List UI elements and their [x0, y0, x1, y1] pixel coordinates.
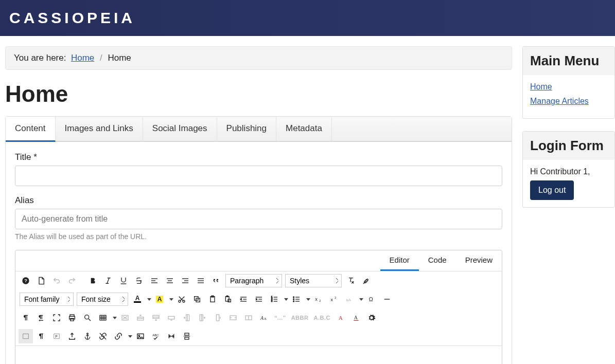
editor-content-area[interactable] [15, 346, 502, 364]
unordered-list-icon[interactable] [289, 292, 304, 306]
clear-formatting-icon[interactable] [344, 274, 358, 288]
undo-icon[interactable] [49, 274, 64, 288]
styles-select[interactable]: Styles [285, 274, 342, 287]
case-change-dropdown-icon[interactable] [359, 298, 363, 301]
abbreviation-icon[interactable]: ABBR [289, 311, 311, 325]
cut-icon[interactable] [174, 292, 189, 306]
text-color-icon[interactable]: A [130, 292, 145, 306]
split-cells-icon[interactable] [241, 311, 256, 325]
blockquote-icon[interactable] [209, 274, 223, 288]
copy-icon[interactable] [190, 292, 204, 306]
spellcheck-icon[interactable]: ABC [149, 329, 163, 343]
font-underline-red-icon[interactable]: A [349, 311, 363, 325]
subscript-icon[interactable]: x2 [311, 292, 326, 306]
align-center-icon[interactable] [163, 274, 177, 288]
svg-text:A: A [260, 316, 263, 321]
strikethrough-icon[interactable] [132, 274, 146, 288]
link-icon[interactable] [111, 329, 126, 343]
col-after-icon[interactable] [195, 311, 209, 325]
quote-style-icon[interactable]: “...” [272, 311, 288, 325]
tab-images-and-links[interactable]: Images and Links [56, 117, 143, 141]
paste-icon[interactable] [205, 292, 220, 306]
table-dropdown-icon[interactable] [113, 317, 117, 319]
unordered-list-dropdown-icon[interactable] [306, 298, 310, 301]
superscript-icon[interactable]: x2 [327, 292, 341, 306]
new-document-icon[interactable] [34, 274, 48, 288]
align-right-icon[interactable] [178, 274, 192, 288]
align-justify-icon[interactable] [194, 274, 208, 288]
font-red-icon[interactable]: A [333, 311, 348, 325]
merge-cells-icon[interactable] [226, 311, 240, 325]
tab-metadata[interactable]: Metadata [276, 117, 332, 141]
svg-line-4 [107, 278, 109, 284]
editor-tab-code[interactable]: Code [419, 250, 456, 271]
delete-table-icon[interactable] [118, 311, 132, 325]
editor-toolbar: ? [15, 271, 502, 346]
main-menu-home-link[interactable]: Home [530, 82, 607, 92]
underline-icon[interactable] [116, 274, 131, 288]
show-blocks-icon[interactable] [19, 329, 33, 343]
font-size-select[interactable]: Font size [77, 293, 128, 306]
tab-social-images[interactable]: Social Images [143, 117, 217, 141]
fullscreen-icon[interactable] [49, 311, 64, 325]
svg-point-103 [87, 333, 89, 335]
outdent-icon[interactable] [236, 292, 251, 306]
redo-icon[interactable] [65, 274, 79, 288]
link-dropdown-icon[interactable] [128, 335, 132, 338]
font-style-icon[interactable]: AA [257, 311, 271, 325]
text-direction-icon[interactable] [34, 311, 48, 325]
settings-icon[interactable] [364, 311, 379, 325]
align-left-icon[interactable] [147, 274, 162, 288]
upload-icon[interactable] [65, 329, 79, 343]
alias-label: Alias [15, 195, 502, 206]
ordered-list-icon[interactable]: 123 [267, 292, 282, 306]
visual-chars-icon[interactable]: P [49, 329, 64, 343]
main-menu-manage-articles-link[interactable]: Manage Articles [530, 97, 607, 106]
horizontal-rule-icon[interactable] [380, 292, 394, 306]
bold-icon[interactable] [85, 274, 100, 288]
svg-line-61 [89, 319, 91, 321]
paste-text-icon[interactable] [221, 292, 235, 306]
title-input[interactable] [15, 166, 502, 186]
case-change-icon[interactable]: aA [342, 292, 357, 306]
tab-publishing[interactable]: Publishing [217, 117, 276, 141]
paragraph-select[interactable]: Paragraph [225, 274, 282, 287]
editor-tab-editor[interactable]: Editor [380, 250, 419, 271]
print-icon[interactable] [65, 311, 79, 325]
background-color-icon[interactable]: A [152, 292, 167, 306]
pagebreak-icon[interactable] [180, 329, 194, 343]
editor-tab-preview[interactable]: Preview [456, 250, 502, 271]
font-family-select[interactable]: Font family [20, 293, 74, 306]
special-char-icon[interactable]: Ω [364, 292, 379, 306]
indent-icon[interactable] [252, 292, 266, 306]
alias-input[interactable] [15, 209, 502, 229]
svg-point-49 [293, 301, 294, 302]
tab-content[interactable]: Content [6, 117, 56, 142]
italic-icon[interactable] [101, 274, 115, 288]
row-before-icon[interactable] [133, 311, 148, 325]
search-icon[interactable] [80, 311, 95, 325]
login-greeting: Hi Contributor 1, [530, 167, 607, 176]
background-color-dropdown-icon[interactable] [169, 298, 173, 301]
row-after-icon[interactable] [149, 311, 163, 325]
delete-row-icon[interactable] [164, 311, 179, 325]
text-color-dropdown-icon[interactable] [147, 298, 151, 301]
svg-text:A: A [339, 315, 343, 321]
table-icon[interactable] [96, 311, 110, 325]
tab-content-panel: Title * Alias The Alias will be used as … [6, 142, 512, 364]
acronym-icon[interactable]: A.B.C [311, 311, 332, 325]
cleanup-icon[interactable] [359, 274, 374, 288]
col-before-icon[interactable] [180, 311, 194, 325]
unlink-icon[interactable] [96, 329, 110, 343]
breadcrumb-label: You are here: [14, 53, 66, 63]
ordered-list-dropdown-icon[interactable] [284, 298, 288, 301]
image-icon[interactable] [133, 329, 148, 343]
paragraph-mark-icon[interactable] [19, 311, 33, 325]
nonbreaking-icon[interactable] [164, 329, 179, 343]
breadcrumb-home-link[interactable]: Home [71, 53, 94, 63]
logout-button[interactable]: Log out [530, 180, 574, 200]
help-icon[interactable]: ? [19, 274, 33, 288]
paragraph-icon[interactable] [34, 329, 48, 343]
delete-col-icon[interactable] [210, 311, 225, 325]
anchor-icon[interactable] [80, 329, 95, 343]
